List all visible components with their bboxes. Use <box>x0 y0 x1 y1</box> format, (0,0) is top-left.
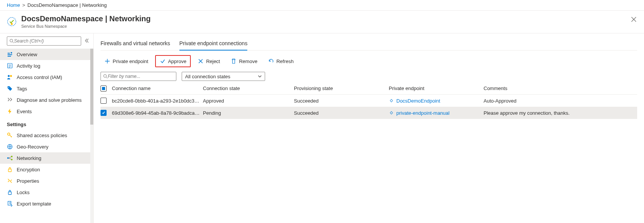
close-button[interactable] <box>630 15 638 25</box>
key-icon <box>7 132 13 138</box>
tab-private-endpoint[interactable]: Private endpoint connections <box>179 38 248 50</box>
svg-point-12 <box>11 156 13 157</box>
cell-comments: Auto-Approved <box>484 98 637 104</box>
svg-point-11 <box>7 157 9 159</box>
export-template-icon <box>7 201 13 207</box>
endpoint-link[interactable]: private-endpoint-manual <box>389 110 481 116</box>
breadcrumb-home[interactable]: Home <box>7 2 20 8</box>
svg-line-3 <box>13 42 14 43</box>
menu-item-geo-recovery[interactable]: Geo-Recovery <box>0 141 93 152</box>
sidebar-search[interactable] <box>7 36 81 46</box>
menu-item-events[interactable]: Events <box>0 106 93 117</box>
row-checkbox[interactable] <box>101 98 107 104</box>
access-control-icon <box>7 74 13 80</box>
menu-label: Export template <box>17 201 51 207</box>
sidebar-section-settings: Settings <box>0 117 93 130</box>
search-icon <box>9 39 14 43</box>
refresh-button[interactable]: Refresh <box>264 55 298 67</box>
col-private-endpoint[interactable]: Private endpoint <box>389 85 484 91</box>
networking-icon <box>7 155 13 161</box>
events-icon <box>7 108 13 114</box>
menu-label: Geo-Recovery <box>17 144 49 150</box>
service-bus-icon <box>7 17 17 27</box>
menu-label: Events <box>17 109 32 114</box>
menu-label: Encryption <box>17 167 40 172</box>
menu-item-access-control[interactable]: Access control (IAM) <box>0 71 93 83</box>
svg-point-6 <box>8 75 10 77</box>
menu-label: Networking <box>17 155 41 161</box>
svg-rect-14 <box>8 169 11 172</box>
menu-item-activity-log[interactable]: Activity log <box>0 60 93 71</box>
col-comments[interactable]: Comments <box>484 85 637 91</box>
overview-icon <box>7 51 13 57</box>
cell-provisioning: Succeeded <box>294 98 389 104</box>
chevron-double-left-icon <box>84 38 90 43</box>
menu-label: Shared access policies <box>17 133 67 138</box>
globe-icon <box>7 144 13 150</box>
menu-label: Access control (IAM) <box>17 74 62 80</box>
close-icon <box>631 17 636 22</box>
sidebar: Overview Activity log Access control (IA… <box>0 33 94 223</box>
menu-label: Tags <box>17 86 27 92</box>
menu-item-diagnose[interactable]: Diagnose and solve problems <box>0 94 93 106</box>
sidebar-collapse-button[interactable] <box>83 37 90 45</box>
page-header: DocsDemoNamespace | Networking Service B… <box>0 11 644 33</box>
cell-provisioning: Succeeded <box>294 110 389 116</box>
menu-item-locks[interactable]: Locks <box>0 187 93 198</box>
menu-label: Properties <box>17 178 39 184</box>
menu-item-encryption[interactable]: Encryption <box>0 164 93 175</box>
menu-item-properties[interactable]: Properties <box>0 175 93 187</box>
menu-item-networking[interactable]: Networking <box>0 152 93 164</box>
menu-item-overview[interactable]: Overview <box>0 49 93 60</box>
filter-state-select[interactable]: All connection states <box>182 72 265 81</box>
menu-item-export-template[interactable]: Export template <box>0 198 93 209</box>
reject-icon <box>198 58 204 64</box>
cell-comments: Please approve my connection, thanks. <box>484 110 637 116</box>
diagnose-icon <box>7 97 13 103</box>
svg-rect-16 <box>8 201 11 205</box>
menu-item-tags[interactable]: Tags <box>0 83 93 94</box>
svg-point-7 <box>10 75 12 77</box>
main-content: Firewalls and virtual networks Private e… <box>94 33 644 223</box>
col-provisioning-state[interactable]: Provisioning state <box>294 85 389 91</box>
remove-button[interactable]: Remove <box>227 55 261 67</box>
button-label: Remove <box>239 59 257 64</box>
connections-table: Connection name Connection state Provisi… <box>101 82 637 119</box>
trash-icon <box>231 58 237 64</box>
col-connection-state[interactable]: Connection state <box>203 85 294 91</box>
tags-icon <box>7 85 13 92</box>
menu-label: Diagnose and solve problems <box>17 97 82 103</box>
cell-name: bc20cde8-0bbb-401a-a293-2e1b0dc33491 <box>112 98 203 104</box>
col-connection-name[interactable]: Connection name <box>112 85 203 91</box>
filter-state-label: All connection states <box>185 74 230 79</box>
toolbar: Private endpoint Approve Reject Remove R… <box>101 51 644 72</box>
table-row[interactable]: 69d308e6-9b94-45ab-8a78-9c9badca1eb9 Pen… <box>101 107 637 119</box>
select-all-checkbox[interactable] <box>101 85 107 92</box>
button-label: Refresh <box>276 59 294 64</box>
svg-point-2 <box>10 39 13 42</box>
button-label: Approve <box>168 59 186 64</box>
activity-log-icon <box>7 63 13 69</box>
menu-item-shared-access[interactable]: Shared access policies <box>0 130 93 141</box>
private-endpoint-button[interactable]: Private endpoint <box>101 55 152 67</box>
endpoint-icon <box>389 98 394 103</box>
svg-line-18 <box>106 77 107 78</box>
menu-label: Overview <box>17 52 37 57</box>
cell-state: Approved <box>203 98 294 104</box>
tab-firewalls[interactable]: Firewalls and virtual networks <box>101 38 170 50</box>
endpoint-label: DocsDemoEndpoint <box>396 98 440 104</box>
plus-icon <box>104 58 110 64</box>
sidebar-scrollbar-thumb[interactable] <box>90 49 93 125</box>
filter-name-input[interactable] <box>108 74 174 79</box>
endpoint-label: private-endpoint-manual <box>396 110 449 116</box>
approve-button[interactable]: Approve <box>155 55 191 67</box>
filter-by-name[interactable] <box>101 72 176 81</box>
locks-icon <box>7 189 13 195</box>
table-row[interactable]: bc20cde8-0bbb-401a-a293-2e1b0dc33491 App… <box>101 95 637 107</box>
row-checkbox[interactable] <box>101 110 107 116</box>
menu-label: Locks <box>17 190 30 195</box>
reject-button[interactable]: Reject <box>194 55 224 67</box>
table-header: Connection name Connection state Provisi… <box>101 82 637 95</box>
sidebar-search-input[interactable] <box>14 38 79 44</box>
endpoint-link[interactable]: DocsDemoEndpoint <box>389 98 481 104</box>
